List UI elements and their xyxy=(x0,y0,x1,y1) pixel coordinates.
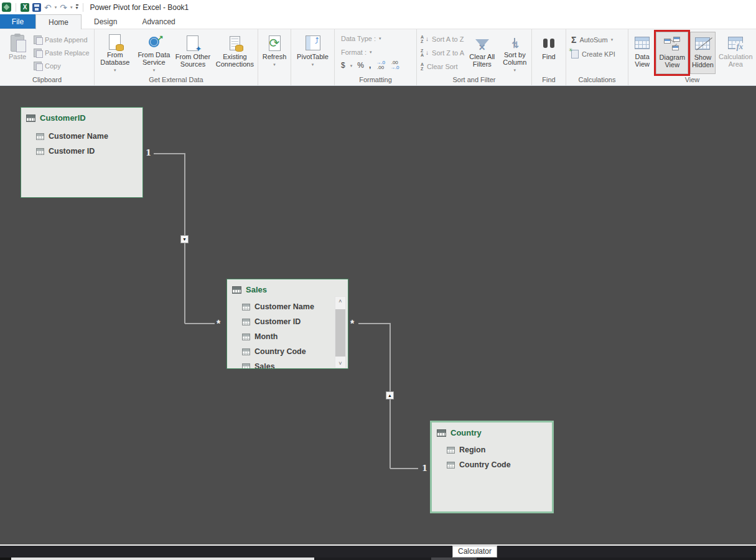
scrollbar-thumb[interactable] xyxy=(335,309,345,357)
scroll-up-icon[interactable]: ˄ xyxy=(335,297,345,306)
field-row[interactable]: Country Code xyxy=(432,457,552,472)
paste-button[interactable]: Paste xyxy=(5,32,30,74)
tab-design[interactable]: Design xyxy=(82,14,129,29)
group-label-formatting: Formatting xyxy=(335,75,416,85)
relationship-arrow-icon[interactable]: ▼ xyxy=(180,235,189,243)
paste-append-button[interactable]: Paste Append xyxy=(34,33,90,46)
data-type-control[interactable]: Data Type : ▾ xyxy=(341,32,399,45)
clear-sort-button[interactable]: AZ Clear Sort xyxy=(421,60,464,73)
currency-dropdown-icon[interactable]: ▾ xyxy=(350,63,353,68)
save-icon[interactable] xyxy=(32,3,41,12)
table-card-customerid[interactable]: CustomerID Customer Name Customer ID xyxy=(21,107,143,198)
field-row[interactable]: Sales xyxy=(227,359,348,369)
powerpivot-window: X ↶ ▾ ↷ ▾ ▾ Power Pivot for Excel - Book… xyxy=(0,0,756,560)
excel-icon[interactable]: X xyxy=(21,3,29,12)
existing-connections-icon xyxy=(230,36,240,50)
pivottable-button[interactable]: PivotTable ▾ xyxy=(294,32,332,74)
sigma-icon: Σ xyxy=(571,35,576,45)
from-data-service-dropdown-icon: ▾ xyxy=(153,67,156,74)
from-data-service-button[interactable]: From Data Service ▾ xyxy=(136,32,172,74)
field-row[interactable]: Customer Name xyxy=(227,299,348,314)
field-row[interactable]: Region xyxy=(432,442,552,457)
calculation-area-button[interactable]: Calculation Area xyxy=(717,32,754,74)
relationship-line-segment[interactable] xyxy=(185,323,215,324)
clear-all-filters-button[interactable]: Clear All Filters xyxy=(468,32,497,74)
show-hidden-button[interactable]: Show Hidden xyxy=(690,32,715,74)
field-icon xyxy=(242,348,250,355)
increase-decimal-button[interactable]: →.0 .00 xyxy=(376,60,385,70)
sort-a-to-z-button[interactable]: AZ ↓ Sort A to Z xyxy=(421,32,464,45)
table-card-country[interactable]: Country Region Country Code xyxy=(430,421,554,513)
table-header[interactable]: CustomerID xyxy=(21,108,142,123)
undo-dropdown-icon[interactable]: ▾ xyxy=(55,5,57,10)
group-refresh: ⟳ Refresh ▾ xyxy=(258,29,291,85)
customize-toolbar-icon[interactable]: ▾ xyxy=(76,4,78,10)
show-hidden-icon xyxy=(695,37,710,50)
relationship-line-segment[interactable] xyxy=(358,323,390,324)
group-formatting: Data Type : ▾ Format : ▾ $ ▾ % , →.0 xyxy=(335,29,417,85)
field-row[interactable]: Month xyxy=(227,329,348,344)
tab-advanced[interactable]: Advanced xyxy=(129,14,187,29)
copy-icon xyxy=(34,62,42,70)
table-header[interactable]: Sales xyxy=(227,279,348,294)
thousands-format-button[interactable]: , xyxy=(369,61,371,70)
tab-file[interactable]: File xyxy=(0,14,35,29)
sort-z-to-a-button[interactable]: ZA ↓ Sort Z to A xyxy=(421,46,464,59)
relationship-arrow-icon[interactable]: ▲ xyxy=(386,391,394,399)
create-kpi-button[interactable]: Create KPI xyxy=(571,47,615,60)
field-icon xyxy=(242,334,250,340)
data-view-icon xyxy=(635,37,650,49)
scroll-down-icon[interactable]: ˅ xyxy=(335,359,345,368)
table-card-sales[interactable]: Sales Customer Name Customer ID Month C xyxy=(226,279,348,369)
undo-icon[interactable]: ↶ xyxy=(44,3,52,12)
diagram-view-button[interactable]: Diagram View xyxy=(656,32,688,74)
find-button[interactable]: Find xyxy=(536,32,561,74)
diagram-canvas[interactable]: CustomerID Customer Name Customer ID Sal… xyxy=(0,86,756,544)
sort-by-column-icon xyxy=(514,38,515,47)
field-row[interactable]: Customer Name xyxy=(21,129,142,144)
field-row[interactable]: Customer ID xyxy=(227,314,348,329)
table-icon xyxy=(26,114,35,122)
field-icon xyxy=(447,447,455,454)
currency-format-button[interactable]: $ xyxy=(341,61,345,70)
redo-icon[interactable]: ↷ xyxy=(60,3,67,12)
redo-dropdown-icon[interactable]: ▾ xyxy=(70,5,73,10)
clear-sort-icon: AZ xyxy=(421,62,424,71)
copy-button[interactable]: Copy xyxy=(34,59,90,72)
sort-down-arrow-icon: ↓ xyxy=(426,35,429,42)
ribbon-tabs: File Home Design Advanced xyxy=(0,14,756,29)
window-title: Power Pivot for Excel - Book1 xyxy=(90,3,189,12)
from-other-sources-button[interactable]: ✦ From Other Sources xyxy=(174,32,212,74)
sort-az-icon: AZ xyxy=(421,35,424,44)
diagram-view-icon xyxy=(664,37,680,50)
refresh-button[interactable]: ⟳ Refresh ▾ xyxy=(260,32,289,74)
relationship-line-segment[interactable] xyxy=(390,468,418,469)
from-data-service-icon xyxy=(149,37,159,47)
existing-connections-button[interactable]: Existing Connections xyxy=(214,32,256,74)
decrease-decimal-button[interactable]: .00 →.0 xyxy=(390,60,399,70)
field-icon xyxy=(36,148,44,155)
data-view-button[interactable]: Data View xyxy=(630,32,654,74)
format-control[interactable]: Format : ▾ xyxy=(341,45,399,58)
group-get-external-data: From Database ▾ From Data Service ▾ ✦ Fr… xyxy=(95,29,258,85)
field-row[interactable]: Country Code xyxy=(227,344,348,359)
field-row[interactable]: Customer ID xyxy=(21,144,142,159)
percent-format-button[interactable]: % xyxy=(357,61,364,70)
relationship-line-segment[interactable] xyxy=(154,153,185,154)
from-database-button[interactable]: From Database ▾ xyxy=(96,32,134,74)
tab-home[interactable]: Home xyxy=(35,14,82,29)
group-label-view: View xyxy=(628,75,756,85)
calculator-button[interactable]: Calculator xyxy=(452,546,497,558)
table-scrollbar[interactable]: ˄ ˅ xyxy=(335,296,346,368)
from-database-icon xyxy=(109,34,121,50)
table-header[interactable]: Country xyxy=(432,422,552,437)
field-icon xyxy=(447,462,455,469)
paste-replace-icon xyxy=(34,49,42,57)
format-dropdown-icon: ▾ xyxy=(370,50,372,55)
paste-replace-button[interactable]: Paste Replace xyxy=(34,46,90,59)
sort-down-arrow-icon: ↓ xyxy=(426,49,429,56)
sort-by-column-button[interactable]: Sort by Column ▾ xyxy=(500,32,530,74)
autosum-button[interactable]: Σ AutoSum ▾ xyxy=(571,33,615,46)
table-title: Country xyxy=(450,428,482,437)
table-title: CustomerID xyxy=(40,113,86,123)
